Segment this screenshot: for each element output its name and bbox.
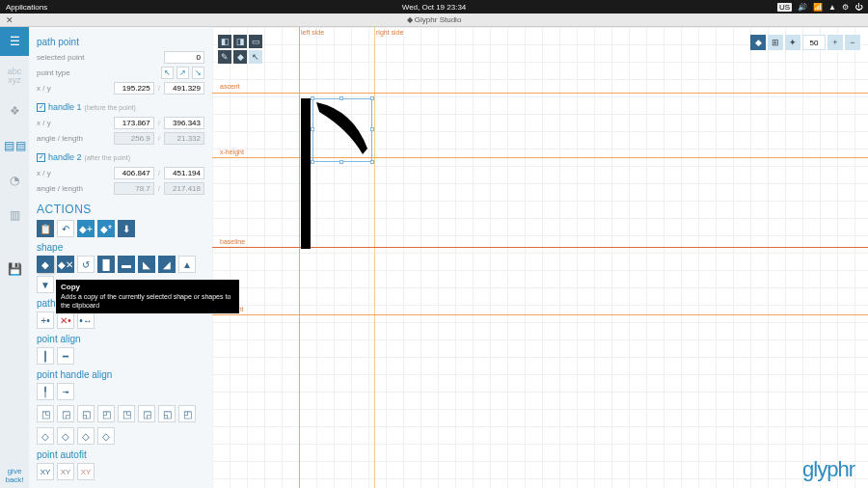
handle-sw[interactable] [311,160,314,164]
close-icon[interactable]: ✕ [6,15,14,25]
zoom-out[interactable]: − [845,35,860,50]
volume-icon[interactable]: 🔊 [798,3,807,12]
network-icon[interactable]: 📶 [813,3,823,12]
align-y-button[interactable]: ━ [57,347,74,365]
undo-button[interactable]: ↶ [57,220,74,237]
selection-box[interactable] [312,98,372,162]
notification-icon[interactable]: ▲ [828,3,836,12]
point-tool[interactable]: ↖ [249,50,262,64]
reset-handles-button[interactable]: •↔ [77,312,95,329]
pha-8[interactable]: ◲ [138,405,155,422]
h1-x-input[interactable] [114,117,154,129]
guides-tool[interactable]: ▥ [0,201,29,230]
zoom-in[interactable]: + [827,35,843,50]
pen-tool[interactable]: ✎ [218,50,231,64]
rect-tool[interactable]: ▭ [249,35,262,48]
rotate-left-button[interactable]: ◣ [138,256,155,273]
pha-14[interactable]: ◇ [97,427,115,445]
h2-len-input[interactable] [164,182,204,195]
resize-tool[interactable]: ◨ [233,35,247,48]
os-topbar: Applications Wed, Oct 19 23:34 US 🔊 📶 ▲ … [0,0,868,14]
point-type-corner[interactable]: ↖ [161,67,174,79]
point-type-flat[interactable]: ↗ [176,67,189,79]
add-component-button[interactable]: ◆* [97,220,115,237]
delete-shape-button[interactable]: ◆✕ [57,256,74,273]
give-back-button[interactable]: give back! [0,465,29,488]
x-input[interactable] [114,82,154,95]
h2-angle-input[interactable] [114,182,154,195]
settings-icon[interactable]: ⚙ [842,3,849,12]
attributes-tool[interactable]: ▤▤ [0,131,29,160]
pha-4[interactable]: ◲ [57,405,74,422]
tool-rail: ☰ abcxyz ❖ ▤▤ ◔ ▥ 💾 [0,27,29,488]
pha-13[interactable]: ◇ [77,427,95,445]
align-x-button[interactable]: ┃ [37,347,54,365]
get-shapes-button[interactable]: ⬇ [118,220,135,237]
layer-up-button[interactable]: ▲ [178,256,196,273]
reverse-winding-button[interactable]: ↺ [77,256,95,273]
handle1-checkbox[interactable]: ✓ [37,103,45,112]
h1-angle-input[interactable] [114,132,154,145]
copy-button[interactable]: ◆ [37,256,54,273]
hamburger-menu[interactable]: ☰ [0,27,29,56]
pha-3[interactable]: ◳ [37,405,54,422]
path-edit-tool[interactable]: ◆ [233,50,247,64]
pha-6[interactable]: ◰ [97,405,115,422]
history-tool[interactable]: ◔ [0,166,29,195]
add-shape-button[interactable]: ◆+ [77,220,95,237]
save-tool[interactable]: 💾 [0,255,29,284]
pha-11[interactable]: ◇ [37,427,54,445]
handle-ne[interactable] [370,96,374,100]
glyphs-tool[interactable]: abcxyz [0,62,29,91]
flip-v-button[interactable]: ▬ [118,256,135,273]
toggle-3[interactable]: ✦ [785,35,800,50]
select-tool[interactable]: ◧ [218,35,231,48]
glyph-stem [301,98,311,249]
pha-7[interactable]: ◳ [118,405,135,422]
pha-9[interactable]: ◱ [158,405,176,422]
keyboard-indicator[interactable]: US [777,3,792,12]
handle-nw[interactable] [311,96,314,100]
y-input[interactable] [164,82,204,95]
flip-h-button[interactable]: ▐▌ [97,256,115,273]
point-handle-align-buttons-2: ◳ ◲ ◱ ◰ ◳ ◲ ◱ ◰ [37,405,204,422]
handle-n[interactable] [339,96,343,100]
power-icon[interactable]: ⏻ [854,3,862,12]
applications-menu[interactable]: Applications [6,3,47,12]
zoom-value[interactable]: 50 [802,35,826,50]
rotate-right-button[interactable]: ◢ [158,256,176,273]
toggle-2[interactable]: ⊞ [768,35,783,50]
handle2-checkbox[interactable]: ✓ [37,153,45,162]
point-type-symmetric[interactable]: ↘ [192,67,204,79]
h1-xy-label: x / y [37,119,51,127]
handle-se[interactable] [370,160,374,164]
pha-2[interactable]: ╼ [57,383,74,400]
autofit-xy-1[interactable]: XY [37,463,54,480]
paste-button[interactable]: 📋 [37,220,54,237]
pha-1[interactable]: ╿ [37,383,54,400]
autofit-xy-2[interactable]: XY [57,463,74,480]
shape-heading: shape [37,242,204,253]
h1-len-input[interactable] [164,132,204,145]
ascent-label: ascent [220,83,240,90]
h2-x-input[interactable] [114,167,154,179]
toggle-1[interactable]: ◆ [750,35,766,50]
autofit-xy-3[interactable]: XY [77,463,95,480]
h2-y-input[interactable] [164,167,204,179]
status-icons: US 🔊 📶 ▲ ⚙ ⏻ [777,3,862,12]
layer-down-button[interactable]: ▼ [37,276,54,293]
canvas[interactable]: ascent x-height baseline descent left si… [212,27,868,488]
point-autofit-buttons: XY XY XY [37,463,204,480]
handle1-sub: (before the point) [85,104,136,111]
delete-point-button[interactable]: ✕• [57,312,74,329]
pha-12[interactable]: ◇ [57,427,74,445]
add-point-button[interactable]: +• [37,312,54,329]
pha-5[interactable]: ◱ [77,405,95,422]
handle-w[interactable] [311,127,314,131]
layers-tool[interactable]: ❖ [0,96,29,125]
pha-10[interactable]: ◰ [178,405,196,422]
handle-e[interactable] [370,127,374,131]
selected-point-input[interactable] [164,51,204,64]
handle-s[interactable] [339,160,343,164]
h1-y-input[interactable] [164,117,204,129]
